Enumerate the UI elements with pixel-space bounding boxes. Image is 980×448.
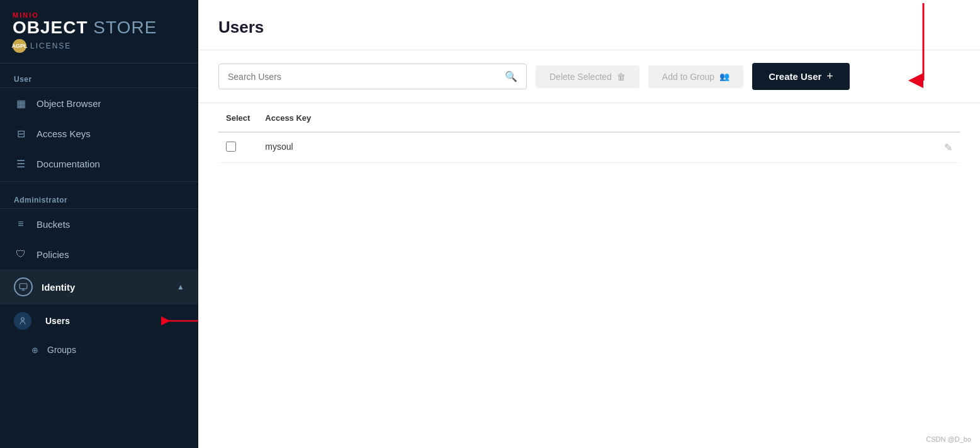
main-content: Users 🔍 Delete Selected 🗑 Add to Group 👥… [198,0,980,448]
license-label: LICENSE [30,42,71,50]
sidebar-item-documentation-label: Documentation [37,159,100,169]
identity-icon [14,277,33,296]
table-header-row: Select Access Key [218,103,960,132]
brand-bold: OBJECT [13,18,88,37]
svg-point-1 [21,318,25,321]
edit-icon[interactable]: ✎ [944,142,952,154]
identity-label: Identity [42,282,75,293]
sidebar-item-access-keys-label: Access Keys [37,128,91,139]
documentation-icon: ☰ [14,157,28,171]
sidebar-item-object-browser-label: Object Browser [37,98,101,109]
row-checkbox[interactable] [226,142,236,152]
delete-icon: 🗑 [617,72,626,82]
logo-area: MINIO OBJECT STORE AGPL LICENSE [0,0,198,64]
sidebar-item-policies[interactable]: 🛡 Policies [0,239,198,269]
search-icon: 🔍 [505,70,517,82]
toolbar: 🔍 Delete Selected 🗑 Add to Group 👥 Creat… [198,50,980,103]
users-table-area: Select Access Key mysoul✎ [198,103,980,448]
brand-name: OBJECT STORE [13,19,186,36]
sidebar-subitem-users[interactable]: Users [0,305,198,337]
users-sub-icon [14,312,31,330]
buckets-icon: ≡ [14,217,28,231]
plus-icon: + [826,70,833,83]
users-sub-container: Users [0,305,198,337]
access-key-cell: mysoul✎ [257,132,960,163]
delete-selected-button[interactable]: Delete Selected 🗑 [536,65,639,88]
search-box[interactable]: 🔍 [218,64,527,89]
object-browser-icon: ▦ [14,96,28,110]
col-access-key: Access Key [257,103,960,132]
policies-icon: 🛡 [14,247,28,261]
create-user-button[interactable]: Create User + [752,63,850,90]
agpl-badge: AGPL [13,39,26,53]
identity-chevron-icon: ▲ [177,283,184,291]
sidebar-item-access-keys[interactable]: ⊟ Access Keys [0,118,198,148]
table-row: mysoul✎ [218,132,960,163]
brand-light: STORE [88,18,157,37]
col-select: Select [218,103,257,132]
identity-container: Identity ▲ [0,269,198,305]
sidebar-item-object-browser[interactable]: ▦ Object Browser [0,88,198,118]
sidebar: MINIO OBJECT STORE AGPL LICENSE User ▦ O… [0,0,198,448]
add-to-group-label: Add to Group [662,72,714,82]
access-keys-icon: ⊟ [14,126,28,140]
users-arrow-indicator [161,311,198,330]
sidebar-item-buckets-label: Buckets [37,219,70,230]
sidebar-item-buckets[interactable]: ≡ Buckets [0,209,198,239]
sidebar-item-policies-label: Policies [37,249,69,260]
delete-selected-label: Delete Selected [549,72,612,82]
license-row: AGPL LICENSE [13,39,186,53]
users-table: Select Access Key mysoul✎ [218,103,960,163]
sidebar-subitem-groups[interactable]: ⊕ Groups [0,337,198,362]
add-group-icon: 👥 [719,72,729,81]
page-header: Users [198,0,980,50]
sidebar-item-documentation[interactable]: ☰ Documentation [0,148,198,179]
sidebar-subitem-groups-label: Groups [47,345,76,355]
sidebar-subitem-users-label: Users [45,316,70,326]
add-to-group-button[interactable]: Add to Group 👥 [648,65,743,88]
sidebar-item-identity[interactable]: Identity ▲ [0,269,198,305]
search-input[interactable] [228,72,498,82]
admin-section-label: Administrator [0,184,198,209]
create-user-label: Create User [769,71,821,82]
groups-icon: ⊕ [31,345,38,355]
nav-divider-1 [0,181,198,182]
svg-rect-0 [20,284,27,289]
page-title: Users [218,18,960,37]
user-section-label: User [0,64,198,88]
watermark: CSDN @D_bo [926,435,971,443]
